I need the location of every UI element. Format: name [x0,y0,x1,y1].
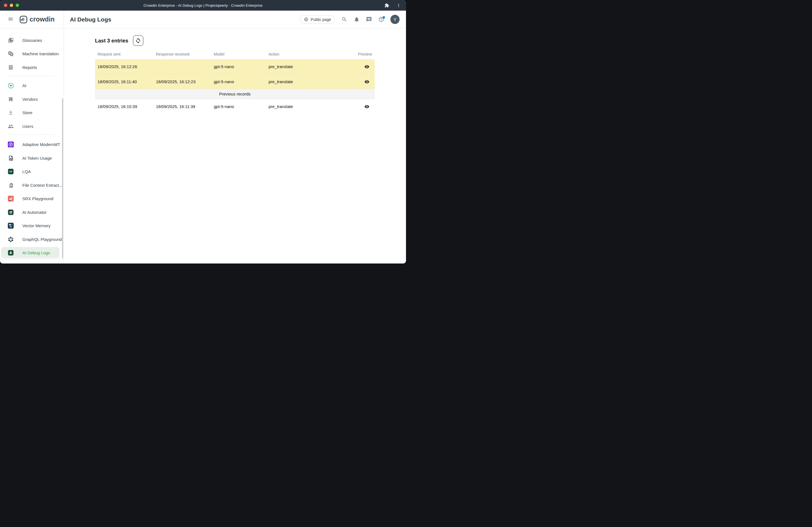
vendors-storefront-icon [8,96,14,102]
close-button[interactable] [4,4,7,7]
sidebar-item-graphql-playground[interactable]: GraphQL Playground [0,232,64,246]
cell-request-sent: 18/09/2025, 16:12:26 [95,64,154,69]
sidebar-header: crowdin [0,11,64,29]
minimize-button[interactable] [10,4,13,7]
cell-action: pre_translate [266,64,344,69]
file-context-extractor-icon [8,182,14,188]
window-title: Crowdin Enterprise - AI Debug Logs | Pro… [144,3,263,7]
ai-debug-logs-icon [8,250,14,256]
cell-action: pre_translate [266,104,344,109]
cell-response-received: 18/09/2025, 16:11:39 [154,104,211,109]
kebab-menu-icon[interactable] [395,2,402,9]
ai-automator-icon [8,209,14,215]
sidebar-item-label: GraphQL Playground [23,237,62,242]
header-actions: Public page Y [300,15,400,24]
cell-model: gpt-5-nano [211,64,266,69]
help-icon[interactable] [378,16,384,22]
sidebar: crowdin GlossariesGMachine translationRe… [0,11,64,264]
preview-eye-button[interactable] [364,64,369,69]
extensions-puzzle-icon[interactable] [383,2,390,9]
sidebar-divider [7,76,55,76]
titlebar-actions [383,0,402,11]
sidebar-item-label: Machine translation [23,51,59,56]
sidebar-item-adaptive-modernmt[interactable]: Adaptive ModernMT [0,138,64,152]
graphql-icon [8,237,14,242]
sidebar-item-store[interactable]: Store [0,106,64,120]
notifications-bell-icon[interactable] [353,16,360,22]
adaptive-modernmt-icon [8,141,14,147]
glossaries-book-icon [8,37,14,43]
sidebar-item-users[interactable]: Users [0,119,64,133]
sidebar-item-vendors[interactable]: Vendors [0,92,64,106]
sidebar-item-label: AI Debug Logs [23,251,50,255]
cell-request-sent: 18/09/2025, 16:11:40 [95,79,154,84]
cell-request-sent: 18/09/2025, 16:10:39 [95,104,154,109]
cell-response-received: 18/09/2025, 16:12:23 [154,79,211,84]
sidebar-item-lqa[interactable]: LQA [0,165,64,179]
sidebar-item-label: AI [23,83,26,88]
previous-records-button[interactable]: Previous records [95,89,375,99]
page-title: AI Debug Logs [70,16,111,23]
public-page-label: Public page [311,17,331,22]
refresh-sync-icon [135,38,141,44]
sidebar-item-ai-automator[interactable]: AI Automator [0,206,64,219]
browser-window: Crowdin Enterprise - AI Debug Logs | Pro… [0,0,406,264]
sidebar-item-file-context-extract[interactable]: File Context Extract... [0,178,64,192]
sidebar-nav: GlossariesGMachine translationReportsAIV… [0,29,64,260]
ai-token-usage-icon [8,155,14,161]
refresh-button[interactable] [133,35,143,46]
sidebar-item-ai-token-usage[interactable]: AI Token Usage [0,151,64,165]
sidebar-item-label: AI Automator [23,210,47,215]
crowdin-logo[interactable]: crowdin [19,16,55,24]
vector-memory-icon [8,223,14,229]
sidebar-item-srx-playground[interactable]: SRX Playground [0,192,64,206]
column-header-request-sent: Request sent [95,52,154,56]
debug-logs-table: Request sentResponse receivedModelAction… [95,49,375,114]
avatar[interactable]: Y [390,15,400,24]
cell-model: gpt-5-nano [211,79,266,84]
search-icon[interactable] [341,16,347,22]
sidebar-item-ai-debug-logs[interactable]: AI Debug Logs [0,246,64,260]
cell-model: gpt-5-nano [211,104,266,109]
svg-text:G: G [9,51,11,55]
sidebar-divider [7,135,55,135]
sidebar-item-label: SRX Playground [23,196,53,201]
zoom-button[interactable] [16,4,19,7]
crowdin-wordmark: crowdin [30,16,55,23]
public-page-button[interactable]: Public page [300,15,335,24]
store-download-icon [8,110,14,116]
hamburger-menu-icon[interactable] [8,16,13,23]
chat-icon[interactable] [366,16,372,22]
preview-eye-button[interactable] [364,79,369,84]
sidebar-item-label: Adaptive ModernMT [23,142,60,147]
cell-preview [344,104,375,109]
traffic-lights [4,4,19,7]
sidebar-item-machine-translation[interactable]: GMachine translation [0,47,64,61]
srx-playground-icon [8,196,14,201]
sidebar-item-reports[interactable]: Reports [0,61,64,74]
window-titlebar: Crowdin Enterprise - AI Debug Logs | Pro… [0,0,406,11]
column-header-action: Action [266,52,344,56]
column-header-preview: Preview [344,52,375,56]
sidebar-scrollbar[interactable] [62,98,63,258]
table-row: 18/09/2025, 16:10:3918/09/2025, 16:11:39… [95,99,375,114]
machine-translation-icon: G [8,51,14,57]
sidebar-item-label: Glossaries [23,38,42,43]
main-content: Last 3 entries Request sentResponse rece… [64,29,406,114]
reports-calculator-icon [8,64,14,70]
sidebar-item-ai[interactable]: AI [0,79,64,93]
column-header-response-received: Response received [154,52,211,56]
preview-eye-button[interactable] [364,104,369,109]
table-row: 18/09/2025, 16:12:26gpt-5-nanopre_transl… [95,59,375,74]
sidebar-item-vector-memory[interactable]: Vector Memory [0,219,64,233]
sidebar-item-label: File Context Extract... [23,183,62,187]
sidebar-footer [0,259,64,264]
sidebar-item-label: Vendors [23,97,38,102]
cell-preview [344,64,375,69]
column-header-model: Model [211,52,266,56]
sidebar-item-label: Users [23,124,33,129]
sidebar-item-glossaries[interactable]: Glossaries [0,33,64,47]
ai-sparkle-icon [8,82,14,89]
sidebar-item-label: Reports [23,65,37,70]
globe-icon [304,17,308,22]
